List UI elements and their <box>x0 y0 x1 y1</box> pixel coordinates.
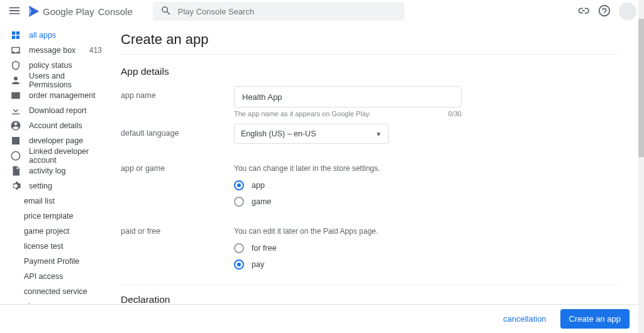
card-icon <box>10 90 21 101</box>
paid-or-free-hint: You can edit it later on the Paid Apps p… <box>234 227 498 236</box>
sidebar-sub-alarm[interactable]: alarm <box>0 299 108 304</box>
sidebar-sub-price-template[interactable]: price template <box>0 209 108 224</box>
app-or-game-hint: You can change it later in the store set… <box>234 164 498 173</box>
declaration-heading: Declaration <box>121 294 618 304</box>
sidebar-item-setting[interactable]: ▼ setting <box>0 178 108 194</box>
page-title: Create an app <box>121 31 618 48</box>
sidebar-item-label: all apps <box>29 31 56 40</box>
file-icon <box>10 165 21 177</box>
inbox-icon <box>10 45 21 56</box>
app-details-heading: App details <box>121 66 618 77</box>
language-value: English (US) – en-US <box>241 129 316 138</box>
scrollbar-thumb[interactable] <box>638 19 644 157</box>
sidebar-item-label: order management <box>29 91 96 100</box>
help-icon[interactable] <box>597 4 611 19</box>
sidebar-item-label: policy status <box>29 61 72 70</box>
paid-or-free-label: paid or free <box>121 227 234 236</box>
default-language-select[interactable]: English (US) – en-US ▼ <box>234 124 389 144</box>
sidebar-item-label: Download report <box>29 106 87 115</box>
page-icon <box>10 135 21 146</box>
sidebar-item-label: message box <box>29 46 75 55</box>
sidebar-item-policy-status[interactable]: policy status <box>0 58 108 73</box>
sidebar-item-activity-log[interactable]: activity log <box>0 163 108 178</box>
sidebar-item-message-box[interactable]: message box 413 <box>0 43 108 58</box>
search-box[interactable] <box>153 2 404 21</box>
radio-game[interactable]: game <box>234 197 498 207</box>
default-language-label: default language <box>121 124 234 138</box>
radio-app[interactable]: app <box>234 180 498 190</box>
sidebar-item-label: setting <box>29 182 52 190</box>
radio-free[interactable]: for free <box>234 243 498 253</box>
footer-bar: cancellation Create an app <box>0 304 638 333</box>
link-account-icon <box>10 150 21 161</box>
app-name-counter: 0/30 <box>448 110 462 117</box>
radio-free-label: for free <box>252 244 277 253</box>
sidebar: all apps message box 413 policy status U… <box>0 23 108 304</box>
sidebar-item-label: developer page <box>29 136 83 145</box>
radio-app-label: app <box>252 181 265 190</box>
link-icon[interactable] <box>576 4 590 19</box>
apps-icon <box>10 30 21 41</box>
logo-text-1: Google Play <box>43 6 94 17</box>
download-icon <box>10 105 21 116</box>
cancel-button[interactable]: cancellation <box>497 310 553 327</box>
users-icon <box>10 75 21 86</box>
sidebar-item-order-management[interactable]: order management <box>0 88 108 103</box>
sidebar-item-linked-developer-account[interactable]: Linked developer account <box>0 148 108 163</box>
sidebar-sub-license-test[interactable]: license test <box>0 239 108 254</box>
radio-icon <box>234 243 244 253</box>
sidebar-sub-email-list[interactable]: email list <box>0 194 108 209</box>
search-input[interactable] <box>178 7 397 16</box>
divider <box>121 54 618 55</box>
message-count-badge: 413 <box>89 46 102 55</box>
gear-icon <box>10 180 21 192</box>
app-name-helper: The app name as it appears on Google Pla… <box>234 110 371 117</box>
caret-right-icon: ▶ <box>0 107 2 114</box>
hamburger-menu-icon[interactable] <box>8 4 21 19</box>
sidebar-item-download-report[interactable]: ▶ Download report <box>0 103 108 118</box>
sidebar-item-label: Account details <box>29 121 82 130</box>
app-name-label: app name <box>121 86 234 100</box>
app-or-game-label: app or game <box>121 164 234 173</box>
sidebar-sub-api-access[interactable]: API access <box>0 269 108 284</box>
vertical-scrollbar[interactable] <box>638 0 644 333</box>
sidebar-item-users-permissions[interactable]: Users and Permissions <box>0 73 108 88</box>
app-name-input[interactable] <box>234 86 462 107</box>
chevron-down-icon: ▼ <box>375 131 382 138</box>
radio-icon <box>234 180 244 190</box>
main-content: Create an app App details app name The a… <box>108 23 644 304</box>
shield-icon <box>10 60 21 71</box>
user-avatar[interactable] <box>619 3 636 20</box>
sidebar-item-label: activity log <box>29 166 65 175</box>
radio-icon <box>234 259 244 270</box>
radio-pay[interactable]: pay <box>234 259 498 270</box>
caret-down-icon: ▼ <box>0 183 2 189</box>
search-icon <box>160 5 172 18</box>
sidebar-sub-game-project[interactable]: game project <box>0 224 108 239</box>
sidebar-sub-payment-profile[interactable]: Payment Profile <box>0 254 108 269</box>
account-icon <box>10 120 21 131</box>
radio-game-label: game <box>252 197 271 206</box>
create-app-button[interactable]: Create an app <box>560 309 630 329</box>
play-console-logo: Google Play Console <box>29 6 133 17</box>
divider <box>121 285 618 285</box>
sidebar-item-label: Linked developer account <box>29 147 102 165</box>
radio-pay-label: pay <box>252 260 264 269</box>
sidebar-item-label: Users and Permissions <box>29 72 102 89</box>
sidebar-item-account-details[interactable]: Account details <box>0 118 108 133</box>
sidebar-item-developer-page[interactable]: developer page <box>0 133 108 148</box>
sidebar-item-all-apps[interactable]: all apps <box>0 28 108 43</box>
logo-text-2: Console <box>98 6 133 17</box>
radio-icon <box>234 197 244 207</box>
play-logo-icon <box>29 6 39 17</box>
sidebar-sub-connected-service[interactable]: connected service <box>0 284 108 299</box>
